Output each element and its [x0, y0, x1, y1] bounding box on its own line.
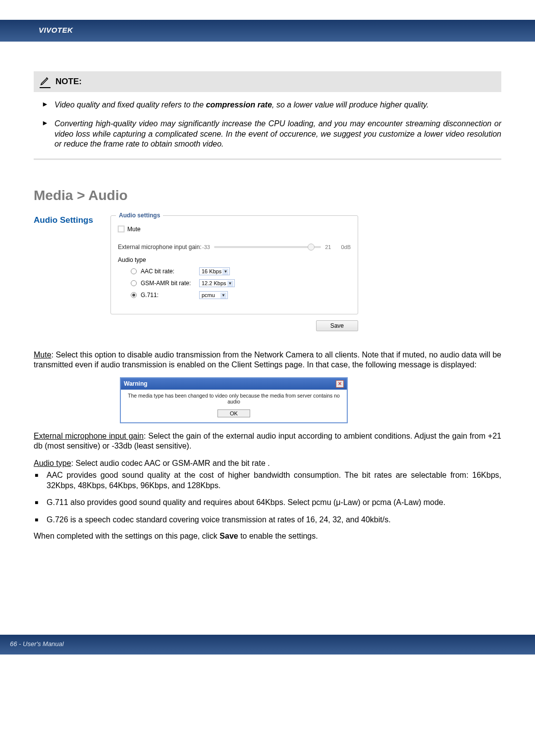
- note-item: ► Converting high-quality video may sign…: [42, 119, 501, 149]
- chevron-down-icon: ▼: [222, 269, 228, 275]
- type-paragraph: Audio type: Select audio codec AAC or GS…: [34, 458, 501, 468]
- aac-select[interactable]: 16 Kbps ▼: [199, 267, 230, 275]
- section-title: Media > Audio: [34, 188, 501, 203]
- warning-dialog-wrap: Warning × The media type has been change…: [120, 377, 348, 423]
- g711-label: G.711:: [141, 292, 199, 299]
- square-bullet-icon: ■: [35, 498, 44, 507]
- square-bullet-icon: ■: [35, 470, 44, 491]
- g711-radio[interactable]: [131, 292, 137, 298]
- square-bullet-icon: ■: [35, 515, 44, 525]
- header-band: VIVOTEK: [0, 20, 535, 42]
- mute-term: Mute: [34, 351, 52, 359]
- gsm-label: GSM-AMR bit rate:: [141, 280, 199, 287]
- audio-settings-panel: Audio settings Mute External microphone …: [110, 215, 358, 331]
- dialog-body: The media type has been changed to video…: [121, 390, 347, 422]
- g711-select[interactable]: pcmu ▼: [199, 291, 228, 299]
- gain-label: External microphone input gain:: [118, 244, 202, 251]
- audio-type-label: Audio type: [118, 256, 351, 263]
- gain-slider-thumb[interactable]: [308, 244, 315, 251]
- gain-slider[interactable]: [214, 246, 321, 248]
- aac-radio[interactable]: [131, 268, 137, 274]
- type-term: Audio type: [34, 459, 71, 467]
- gain-slider-col: -33 21 0dB: [202, 244, 351, 250]
- mute-paragraph: Mute: Select this option to disable audi…: [34, 350, 501, 370]
- aac-label: AAC bit rate:: [141, 268, 199, 275]
- dialog-title-text: Warning: [124, 380, 148, 387]
- gsm-select[interactable]: 12.2 Kbps ▼: [199, 279, 235, 287]
- fieldset-legend: Audio settings: [116, 212, 163, 219]
- mute-label: Mute: [127, 226, 141, 233]
- list-item: ■ G.726 is a speech codec standard cover…: [35, 515, 501, 525]
- arrow-bullet-icon: ►: [42, 100, 51, 110]
- close-icon[interactable]: ×: [336, 380, 344, 388]
- brand-text: VIVOTEK: [39, 26, 73, 34]
- footer-text: 66 - User's Manual: [10, 640, 64, 648]
- audio-type-list: ■ AAC provides good sound quality at the…: [34, 470, 501, 525]
- g711-row: G.711: pcmu ▼: [131, 291, 351, 299]
- audio-settings-fieldset: Audio settings Mute External microphone …: [110, 215, 358, 314]
- divider: [34, 158, 501, 160]
- aac-row: AAC bit rate: 16 Kbps ▼: [131, 267, 351, 275]
- list-item: ■ AAC provides good sound quality at the…: [35, 470, 501, 491]
- gsm-row: GSM-AMR bit rate: 12.2 Kbps ▼: [131, 279, 351, 287]
- pencil-icon: [40, 75, 51, 88]
- page-body: NOTE: ► Video quality and fixed quality …: [0, 42, 535, 541]
- gain-max: 21: [325, 244, 331, 250]
- gain-row: External microphone input gain: -33 21 0…: [118, 244, 351, 251]
- warning-dialog: Warning × The media type has been change…: [120, 377, 348, 423]
- list-item: ■ G.711 also provides good sound quality…: [35, 498, 501, 507]
- note-item-text: Converting high-quality video may signif…: [54, 119, 501, 149]
- note-block: NOTE:: [34, 71, 501, 92]
- mute-checkbox[interactable]: [118, 226, 124, 232]
- mute-row: Mute: [118, 226, 351, 233]
- chevron-down-icon: ▼: [227, 281, 233, 287]
- dialog-titlebar: Warning ×: [121, 378, 347, 390]
- note-item-text: Video quality and fixed quality refers t…: [54, 100, 501, 110]
- ok-button[interactable]: OK: [217, 409, 250, 417]
- chevron-down-icon: ▼: [220, 293, 226, 299]
- note-title: NOTE:: [55, 77, 82, 87]
- dialog-message: The media type has been changed to video…: [125, 393, 343, 404]
- note-bullet-list: ► Video quality and fixed quality refers…: [34, 100, 501, 150]
- gsm-radio[interactable]: [131, 280, 137, 286]
- save-button[interactable]: Save: [316, 320, 358, 331]
- arrow-bullet-icon: ►: [42, 119, 51, 149]
- gain-paragraph: External microphone input gain: Select t…: [34, 431, 501, 452]
- gain-term: External microphone input gain: [34, 432, 144, 440]
- footer-band: 66 - User's Manual: [0, 635, 535, 655]
- note-item: ► Video quality and fixed quality refers…: [42, 100, 501, 110]
- closing-paragraph: When completed with the settings on this…: [34, 532, 501, 541]
- gain-unit: 0dB: [341, 244, 351, 250]
- gain-min: -33: [202, 244, 210, 250]
